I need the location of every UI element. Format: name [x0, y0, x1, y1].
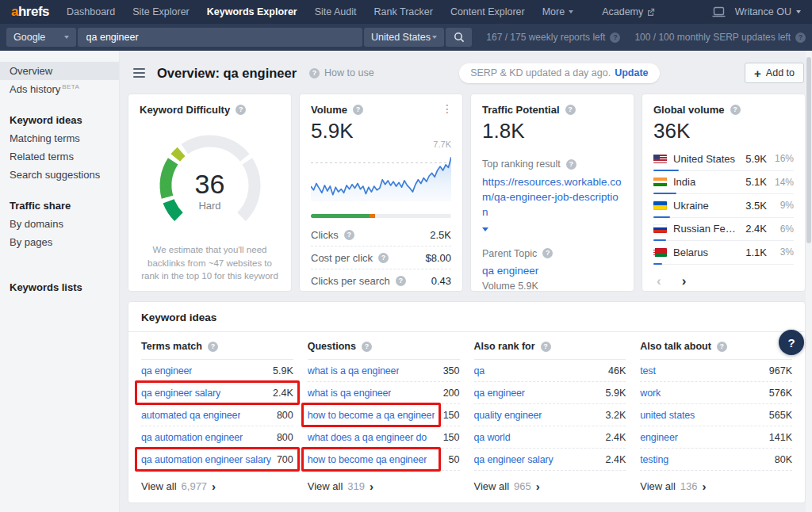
- keyword-ideas-card: Keyword ideas Terms matchqa engineer5.9K…: [128, 301, 806, 503]
- view-all-link[interactable]: View all6,977: [141, 480, 293, 492]
- keyword-link[interactable]: united states: [640, 410, 695, 421]
- country-row-russian-federation[interactable]: Russian Federation2.4K6%: [653, 218, 794, 242]
- global-volume-card: Global volume 36K United States5.9K16%In…: [642, 94, 806, 292]
- prev-page-icon[interactable]: [657, 274, 661, 288]
- keyword-link[interactable]: test: [640, 365, 656, 376]
- help-icon[interactable]: [208, 342, 218, 352]
- country-row-united-states[interactable]: United States5.9K16%: [653, 147, 794, 171]
- nav-item-more[interactable]: More: [542, 6, 573, 17]
- country-select[interactable]: United States: [364, 28, 444, 47]
- help-icon[interactable]: [565, 105, 576, 115]
- view-all-link[interactable]: View all319: [308, 480, 460, 492]
- search-button[interactable]: [446, 28, 472, 47]
- scrollbar-track[interactable]: [806, 51, 812, 512]
- keyword-link[interactable]: quality engineer: [474, 410, 542, 421]
- keyword-search-input[interactable]: [78, 28, 362, 47]
- help-icon[interactable]: [541, 342, 551, 352]
- view-all-link[interactable]: View all136: [640, 480, 792, 492]
- help-icon[interactable]: [566, 159, 576, 170]
- device-icon[interactable]: [712, 6, 726, 17]
- keyword-link[interactable]: what is a qa engineer: [308, 365, 400, 376]
- help-icon[interactable]: [717, 342, 727, 352]
- country-row-belarus[interactable]: Belarus1.1K3%: [653, 241, 794, 265]
- keyword-link[interactable]: how to become a qa engineer: [308, 410, 435, 421]
- help-icon[interactable]: [396, 276, 406, 286]
- keyword-link[interactable]: how to become qa engineer: [308, 454, 427, 465]
- page-header: Overview: qa engineer How to use SERP & …: [128, 59, 806, 87]
- external-link-icon: [647, 8, 655, 16]
- ua-flag-icon: [653, 201, 667, 210]
- kebab-menu-icon[interactable]: [442, 102, 453, 115]
- help-fab-button[interactable]: [779, 330, 804, 355]
- keyword-link[interactable]: work: [640, 388, 661, 399]
- keyword-link[interactable]: qa engineer salary: [474, 454, 553, 465]
- help-icon[interactable]: [730, 105, 741, 115]
- country-row-india[interactable]: India5.1K14%: [653, 171, 794, 195]
- keyword-link[interactable]: qa engineer salary: [141, 388, 220, 399]
- help-icon[interactable]: [362, 342, 372, 352]
- help-icon[interactable]: [610, 32, 620, 43]
- keyword-link[interactable]: qa: [474, 365, 485, 376]
- nav-item-rank-tracker[interactable]: Rank Tracker: [374, 6, 433, 17]
- keyword-link[interactable]: qa automation engineer salary: [141, 454, 271, 465]
- search-engine-select[interactable]: Google: [6, 28, 76, 47]
- metric-value: $8.00: [425, 252, 451, 264]
- top-ranking-url-link[interactable]: https://resources.workable.com/qa-engine…: [482, 175, 622, 220]
- nav-item-site-explorer[interactable]: Site Explorer: [132, 6, 190, 17]
- sidebar-item-ads-history[interactable]: Ads historyBETA: [0, 80, 119, 98]
- volume-title: Volume: [311, 104, 347, 116]
- nav-item-academy[interactable]: Academy: [602, 6, 655, 17]
- sidebar-item-by-domains[interactable]: By domains: [0, 215, 119, 233]
- update-link[interactable]: Update: [615, 67, 648, 78]
- how-to-use-link[interactable]: How to use: [309, 67, 374, 78]
- help-icon[interactable]: [344, 230, 354, 240]
- nav-item-content-explorer[interactable]: Content Explorer: [450, 6, 525, 17]
- sidebar-item-search-suggestions[interactable]: Search suggestions: [0, 166, 119, 184]
- serp-updates-quota: 100 / 100 monthly SERP updates left: [634, 32, 806, 43]
- add-to-button[interactable]: Add to: [745, 63, 804, 83]
- account-name: Writance OU: [735, 6, 791, 17]
- view-all-label: View all: [640, 480, 676, 492]
- keyword-volume: 141K: [769, 432, 792, 443]
- view-all-link[interactable]: View all965: [474, 480, 626, 492]
- help-icon[interactable]: [542, 248, 553, 258]
- help-icon[interactable]: [378, 253, 389, 263]
- country-name: India: [673, 176, 741, 188]
- country-row-ukraine[interactable]: Ukraine3.5K9%: [653, 194, 794, 218]
- hamburger-menu-icon[interactable]: [133, 66, 145, 80]
- nav-item-site-audit[interactable]: Site Audit: [315, 6, 357, 17]
- expand-caret-icon[interactable]: [482, 227, 488, 231]
- sidebar-item-overview[interactable]: Overview: [0, 62, 119, 80]
- sidebar-item-matching-terms[interactable]: Matching terms: [0, 129, 119, 147]
- global-volume-value: 36K: [653, 119, 794, 143]
- nav-item-keywords-explorer[interactable]: Keywords Explorer: [207, 6, 297, 17]
- sidebar-item-related-terms[interactable]: Related terms: [0, 147, 119, 166]
- next-page-icon[interactable]: [682, 274, 687, 288]
- keyword-link[interactable]: what is qa engineer: [308, 388, 392, 399]
- keyword-column-also-rank-for: Also rank forqa46Kqa engineer5.9Kquality…: [474, 332, 626, 492]
- keyword-link[interactable]: engineer: [640, 432, 677, 443]
- difficulty-label: Hard: [198, 200, 220, 212]
- scrollbar-thumb[interactable]: [806, 57, 811, 243]
- keyword-link[interactable]: testing: [640, 454, 668, 465]
- help-icon[interactable]: [236, 105, 246, 115]
- ahrefs-logo[interactable]: ahrefs: [11, 4, 49, 20]
- help-icon[interactable]: [795, 32, 806, 43]
- keyword-link[interactable]: qa engineer: [474, 388, 525, 399]
- metric-label: Clicks: [311, 229, 354, 241]
- account-menu[interactable]: Writance OU: [735, 6, 801, 17]
- help-icon[interactable]: [353, 105, 363, 115]
- keyword-link[interactable]: qa engineer: [141, 365, 192, 376]
- keyword-link[interactable]: qa automation engineer: [141, 432, 243, 443]
- keyword-link[interactable]: what does a qa engineer do: [308, 432, 427, 443]
- country-volume: 3.5K: [745, 200, 767, 212]
- sidebar-item-by-pages[interactable]: By pages: [0, 233, 119, 251]
- metric-row-clicks: Clicks2.5K: [311, 224, 451, 246]
- nav-item-dashboard[interactable]: Dashboard: [67, 6, 115, 17]
- update-status-pill: SERP & KD updated a day ago. Update: [459, 63, 659, 83]
- keyword-link[interactable]: automated qa engineer: [141, 410, 240, 421]
- logo-a: a: [11, 4, 18, 19]
- parent-topic-link[interactable]: qa engineer: [482, 265, 538, 277]
- keyword-link[interactable]: qa world: [474, 432, 511, 443]
- chevron-down-icon: [432, 36, 437, 39]
